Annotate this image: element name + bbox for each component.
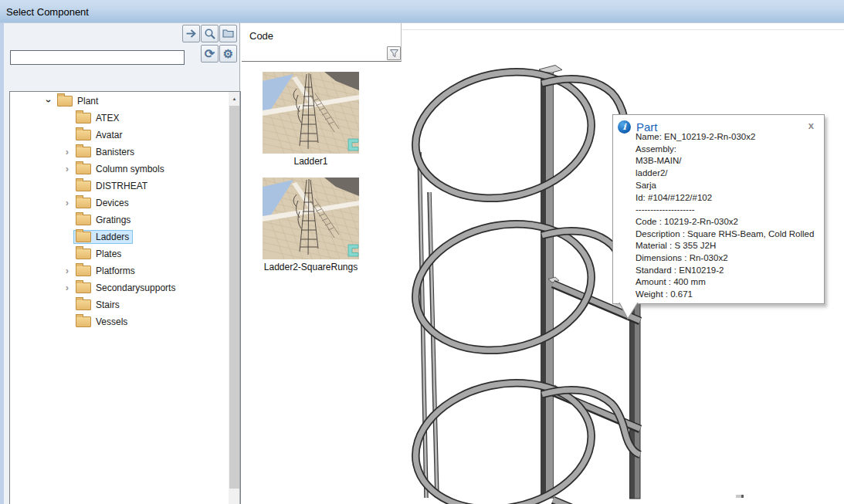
refresh-icon: ⟳	[205, 48, 215, 60]
infotip-line: Dimensions : Rn-030x2	[636, 252, 824, 265]
component-tree: › Plant ATEX Avatar › Banisters › Column…	[9, 91, 241, 504]
tree-item[interactable]: › Column symbols	[10, 161, 228, 178]
magnifier-icon	[203, 27, 216, 40]
component-preview-image	[263, 72, 359, 154]
component-thumbnail[interactable]: Ladder1	[263, 72, 359, 167]
folder-icon	[222, 27, 235, 40]
folder-icon	[76, 130, 91, 140]
tree-item[interactable]: › Devices	[10, 194, 228, 211]
tree-item-label: Gratings	[96, 215, 130, 225]
infotip-tail	[618, 303, 641, 320]
tree-item[interactable]: Stairs	[10, 296, 228, 313]
tree-item-label: Plates	[96, 249, 121, 259]
folder-icon	[76, 249, 91, 259]
scrollbar-thumb[interactable]	[229, 106, 239, 489]
tree-item-label: Stairs	[96, 299, 120, 310]
scrollbar-up-button[interactable]: ▲	[229, 92, 240, 105]
go-button[interactable]	[182, 25, 200, 42]
component-thumbnail-label: Ladder2-SquareRungs	[263, 262, 359, 272]
tree-item[interactable]: › Banisters	[10, 144, 228, 161]
folder-icon	[76, 299, 91, 310]
tree-item-label: Column symbols	[96, 164, 164, 174]
search-button[interactable]	[201, 25, 219, 42]
close-icon[interactable]: x	[808, 120, 814, 131]
tree-item[interactable]: Plates	[10, 245, 228, 262]
expander-chevron-icon[interactable]: ›	[61, 164, 73, 174]
tree-item-label: Banisters	[96, 147, 134, 157]
tree-item-label: Platforms	[96, 266, 135, 276]
infotip-line: M3B-MAIN/	[636, 155, 824, 167]
component-preview-image	[263, 178, 359, 259]
component-browser-panel: Code Ladder1	[242, 23, 844, 504]
tree-item-label: Vessels	[96, 316, 127, 327]
tree-scrollbar[interactable]: ▲ ▼	[229, 92, 240, 504]
infotip-line: Standard : EN10219-2	[636, 265, 824, 277]
tree-item[interactable]: › Platforms	[10, 262, 228, 279]
component-thumbnail-label: Ladder1	[263, 156, 359, 167]
browse-button[interactable]	[219, 25, 237, 42]
infotip-line: Id: #104/#122/#102	[636, 192, 824, 205]
tree-item-label: Devices	[96, 198, 129, 208]
infotip-line: Sarja	[636, 180, 824, 192]
infotip-line: Name: EN_10219-2-Rn-030x2	[636, 131, 824, 144]
expander-chevron-icon[interactable]: ›	[43, 95, 54, 107]
window-titlebar[interactable]: Select Component	[0, 0, 844, 23]
tree-item[interactable]: Ladders	[10, 228, 228, 245]
tree-item-label: Plant	[77, 96, 98, 107]
folder-icon	[76, 282, 91, 293]
go-arrow-icon	[185, 27, 198, 40]
infotip-line: --------------------	[636, 204, 824, 216]
expander-chevron-icon[interactable]: ›	[61, 198, 73, 208]
panel-divider	[239, 23, 240, 504]
column-header-label: Code	[249, 30, 273, 42]
infotip-line: ladder2/	[636, 167, 824, 180]
expander-chevron-icon[interactable]: ›	[61, 147, 73, 157]
infotip-line: Amount : 400 mm	[636, 276, 824, 289]
info-icon: i	[618, 120, 631, 134]
part-infotip: i Part x Name: EN_10219-2-Rn-030x2Assemb…	[612, 114, 825, 304]
infotip-line: Assembly:	[636, 144, 824, 156]
window-title: Select Component	[6, 6, 89, 18]
infotip-line: Description : Square RHS-Beam, Cold Roll…	[636, 228, 824, 241]
folder-icon	[76, 181, 91, 191]
folder-icon	[76, 147, 91, 157]
search-input[interactable]	[10, 50, 185, 65]
tree-item[interactable]: › Secondarysupports	[10, 279, 228, 296]
infotip-body: Name: EN_10219-2-Rn-030x2Assembly:M3B-MA…	[636, 131, 824, 301]
folder-icon	[76, 198, 91, 208]
tree-item-label: Secondarysupports	[96, 282, 175, 293]
settings-button[interactable]: ⚙	[219, 45, 237, 63]
tree-item[interactable]: DISTRHEAT	[10, 178, 228, 194]
tree-item[interactable]: ATEX	[10, 110, 228, 127]
tree-item-label: Ladders	[96, 232, 129, 242]
tree-item[interactable]: › Plant	[10, 93, 228, 110]
refresh-button[interactable]: ⟳	[201, 45, 219, 63]
folder-icon	[76, 113, 91, 123]
infotip-line: Weight : 0.671	[636, 289, 824, 301]
component-thumbnail[interactable]: Ladder2-SquareRungs	[263, 178, 359, 272]
tree-item[interactable]: Avatar	[10, 127, 228, 144]
tree-item-label: Avatar	[96, 130, 122, 140]
expander-chevron-icon[interactable]: ›	[61, 282, 73, 293]
folder-icon	[57, 96, 73, 107]
funnel-icon	[389, 49, 399, 58]
infotip-line: Code : 10219-2-Rn-030x2	[636, 216, 824, 228]
filter-button[interactable]	[387, 46, 401, 60]
folder-icon	[76, 215, 91, 225]
folder-icon	[76, 232, 91, 242]
tree-item[interactable]: Gratings	[10, 211, 228, 228]
tree-item[interactable]: Vessels	[10, 313, 228, 330]
select-component-dialog: Select Component ⟳ ⚙	[0, 0, 844, 504]
column-header-code[interactable]: Code	[242, 23, 402, 62]
expander-chevron-icon[interactable]: ›	[61, 266, 73, 276]
folder-icon	[76, 316, 91, 327]
folder-icon	[76, 266, 91, 276]
tree-item-label: ATEX	[96, 113, 119, 123]
gear-icon: ⚙	[223, 48, 233, 59]
component-tree-panel: ⟳ ⚙ › Plant ATEX Avatar › Banisters	[4, 23, 239, 504]
infotip-line: Material : S 355 J2H	[636, 240, 824, 252]
tree-item-label: DISTRHEAT	[96, 181, 147, 191]
folder-icon	[76, 164, 91, 174]
